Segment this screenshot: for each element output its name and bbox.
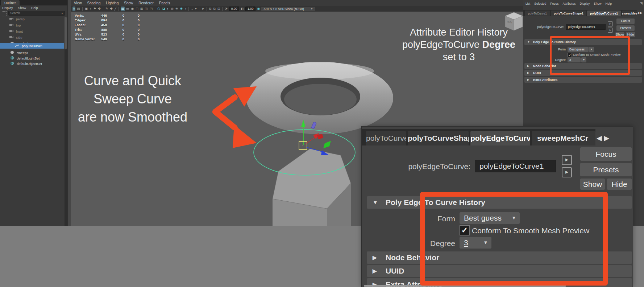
tab-polyedgetocurve1[interactable]: polyEdgeToCurve1 xyxy=(587,11,621,16)
tab-scroll-arrows[interactable]: ◀▶ xyxy=(637,11,643,15)
red-highlight-rectangle xyxy=(550,36,630,75)
outliner-item-top[interactable]: top xyxy=(0,22,64,28)
presets-button[interactable]: Presets xyxy=(580,163,632,176)
attribute-editor-menubar: List Selected Focus Attributes Display S… xyxy=(525,2,612,5)
hud-row: Tris:88800 xyxy=(72,28,167,32)
hide-button[interactable]: Hide xyxy=(607,179,632,190)
tab-polyedgetocurve1[interactable]: polyEdgeToCurve1 xyxy=(470,131,530,145)
pin-icon[interactable]: ◥ xyxy=(640,1,643,5)
breakout-tab-icon[interactable]: ▸ xyxy=(608,28,613,33)
maya-window: Outliner Display Show Help ▼ persp top f… xyxy=(0,0,644,287)
tab-sweepmeshcreator[interactable]: sweepMeshCr xyxy=(532,131,595,145)
chevron-right-icon: ▶ xyxy=(527,77,529,83)
chevron-right-icon: ▶ xyxy=(527,70,529,76)
annotation-left: Curve and Quick Sweep Curve are now Smoo… xyxy=(71,72,194,126)
search-input[interactable] xyxy=(8,11,65,16)
tab-polytocurve1[interactable]: polyToCurve1 xyxy=(366,131,406,145)
camera-icon xyxy=(9,17,14,21)
red-double-arrow xyxy=(215,86,257,148)
menu-display[interactable]: Display xyxy=(579,2,590,5)
breakout-tab-icon[interactable]: ▸ xyxy=(562,167,572,177)
menu-selected[interactable]: Selected xyxy=(534,2,546,5)
tab-polytocurveshape1[interactable]: polyToCurveShape1 xyxy=(408,131,469,145)
node-name-label: polyEdgeToCurve: xyxy=(531,25,564,29)
hud-row: Edges:89400 xyxy=(72,18,167,23)
red-highlight-rectangle xyxy=(420,192,608,286)
outliner-item-defaultobjectset[interactable]: defaultObjectSet xyxy=(0,61,64,67)
outliner-menubar: Display Show Help xyxy=(2,5,38,11)
copy-tab-icon[interactable]: ▸ xyxy=(562,155,572,165)
tab-scroll-arrows[interactable]: ◀▶ xyxy=(597,134,611,142)
copy-tab-icon[interactable]: ▸ xyxy=(608,21,613,26)
menu-focus[interactable]: Focus xyxy=(550,2,558,5)
show-button[interactable]: Show xyxy=(580,179,605,190)
outliner-item-side[interactable]: side xyxy=(0,34,64,41)
menu-show[interactable]: Show xyxy=(18,5,26,11)
chevron-right-icon: ▶ xyxy=(373,265,377,277)
tab-polytocurve1[interactable]: polyToCurve1 xyxy=(525,11,550,16)
tab-sweepmeshcreator[interactable]: sweepMeshCr xyxy=(622,11,637,16)
chevron-right-icon: ▶ xyxy=(527,63,529,69)
menu-show[interactable]: Show xyxy=(594,2,601,5)
outliner-scrollbar-thumb[interactable] xyxy=(65,17,67,49)
outliner-item-front[interactable]: front xyxy=(0,28,64,34)
focus-button[interactable]: Focus xyxy=(580,147,632,161)
presets-button[interactable]: Presets xyxy=(616,25,635,31)
hud-row: UVs:52300 xyxy=(72,32,167,37)
hud-row: Faces:45000 xyxy=(72,23,167,28)
camera-icon xyxy=(9,36,14,40)
curve-icon xyxy=(14,44,20,48)
node-name-field[interactable]: polyEdgeToCurve1 xyxy=(566,24,606,30)
camera-icon xyxy=(9,29,14,33)
outliner-panel: Outliner Display Show Help ▼ persp top f… xyxy=(0,0,67,226)
outliner-tab[interactable]: Outliner xyxy=(1,0,20,5)
annotation-right: Attribute Editor History polyEdgeToCurve… xyxy=(391,26,523,63)
section-extra-attributes[interactable]: ▶ Extra Attributes xyxy=(524,77,642,83)
outliner-item-persp[interactable]: persp xyxy=(0,16,64,22)
hud-row: Verts:44600 xyxy=(72,13,167,18)
menu-help[interactable]: Help xyxy=(31,5,38,11)
menu-list[interactable]: List xyxy=(525,2,530,5)
chevron-down-icon: ▼ xyxy=(373,196,378,209)
focus-button[interactable]: Focus xyxy=(616,19,635,24)
light-set-icon xyxy=(9,56,14,61)
menu-display[interactable]: Display xyxy=(2,5,13,11)
menu-help[interactable]: Help xyxy=(606,2,612,5)
hud-row: Game Verts:54900 xyxy=(72,37,167,42)
tab-polytocurveshape1[interactable]: polyToCurveShape1 xyxy=(551,11,586,16)
attribute-editor-inset: polyToCurve1 polyToCurveShape1 polyEdgeT… xyxy=(361,126,633,287)
poly-mesh-icon xyxy=(9,50,14,55)
chevron-down-icon: ▼ xyxy=(527,39,530,45)
select-box-icon[interactable] xyxy=(2,11,7,16)
object-set-icon xyxy=(9,61,14,66)
chevron-right-icon: ▶ xyxy=(373,251,377,264)
node-name-label: polyEdgeToCurve: xyxy=(398,162,470,171)
camera-icon xyxy=(9,23,14,27)
outliner-item-polytocurve1[interactable]: polyToCurve1 xyxy=(0,43,64,49)
search-dropdown-icon[interactable]: ▼ xyxy=(61,12,63,15)
node-name-field[interactable]: polyEdgeToCurve1 xyxy=(475,160,556,172)
menu-attributes[interactable]: Attributes xyxy=(562,2,576,5)
